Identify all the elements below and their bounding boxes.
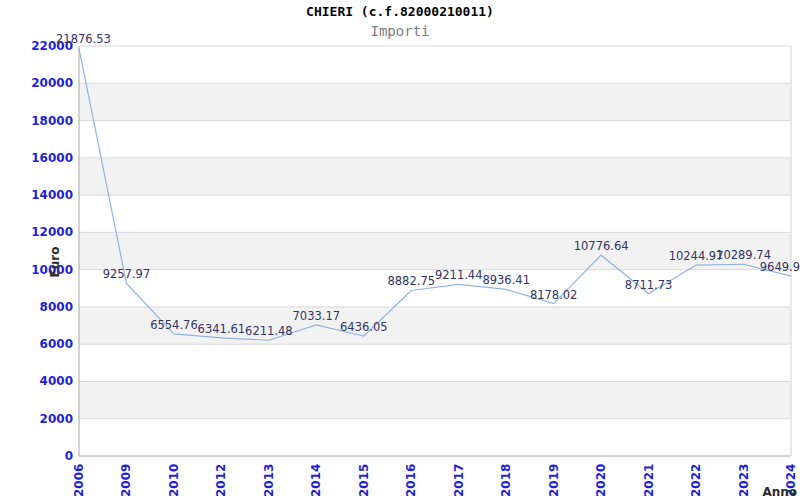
y-tick-label: 18000 (31, 114, 73, 128)
plot-band (79, 419, 791, 456)
point-label: 8178.02 (530, 288, 578, 302)
x-axis-title: Anno (762, 485, 797, 499)
y-tick-label: 2000 (40, 412, 73, 426)
plot-band (79, 46, 791, 83)
y-tick-label: 6000 (40, 337, 73, 351)
y-tick-label: 4000 (40, 374, 73, 388)
x-tick-label: 2019 (547, 464, 561, 497)
x-tick-label: 2009 (119, 464, 133, 497)
x-tick-label: 2017 (452, 464, 466, 497)
point-label: 6436.05 (340, 320, 388, 334)
plot-band (79, 195, 791, 232)
plot-band (79, 83, 791, 120)
point-label: 10776.64 (574, 239, 629, 253)
point-label: 7033.17 (293, 309, 341, 323)
x-tick-label: 2013 (262, 464, 276, 497)
plot-band (79, 381, 791, 418)
x-tick-label: 2020 (594, 464, 608, 497)
y-axis-title: Euro (48, 247, 62, 278)
y-tick-label: 14000 (31, 188, 73, 202)
y-tick-label: 8000 (40, 300, 73, 314)
point-label: 6211.48 (245, 324, 293, 338)
x-tick-label: 2010 (167, 464, 181, 497)
chart-page: CHIERI (c.f.82000210011) Importi 0200040… (0, 0, 800, 500)
point-label: 8882.75 (387, 274, 435, 288)
y-tick-label: 16000 (31, 151, 73, 165)
point-label: 6554.76 (150, 318, 198, 332)
x-tick-label: 2015 (357, 464, 371, 497)
point-label: 9649.9 (760, 260, 800, 274)
x-tick-label: 2023 (737, 464, 751, 497)
y-tick-label: 12000 (31, 225, 73, 239)
x-tick-label: 2012 (214, 464, 228, 497)
x-tick-label: 2014 (309, 464, 323, 497)
y-tick-label: 20000 (31, 76, 73, 90)
importi-line-chart: 0200040006000800010000120001400016000180… (0, 0, 800, 500)
point-label: 8936.41 (482, 273, 530, 287)
point-label: 9211.44 (435, 268, 483, 282)
x-tick-label: 2021 (642, 464, 656, 497)
point-label: 8711.73 (625, 278, 673, 292)
x-tick-label: 2022 (689, 464, 703, 497)
plot-band (79, 121, 791, 158)
x-tick-label: 2006 (72, 464, 86, 497)
plot-band (79, 344, 791, 381)
point-label: 9257.97 (103, 267, 151, 281)
x-tick-label: 2016 (404, 464, 418, 497)
point-label: 21876.53 (56, 32, 111, 46)
y-tick-label: 0 (65, 449, 73, 463)
point-label: 6341.61 (198, 322, 246, 336)
plot-band (79, 158, 791, 195)
x-tick-label: 2018 (499, 464, 513, 497)
